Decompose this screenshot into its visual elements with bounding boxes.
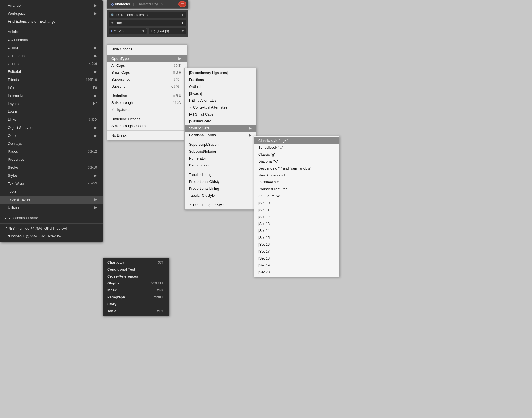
ss-swashed-q[interactable]: Swashed "Q" (254, 179, 339, 186)
ot-denominator[interactable]: Denominator (185, 162, 256, 169)
tab-overflow[interactable]: > (160, 2, 164, 7)
menu-item-application-frame[interactable]: ✓ Application Frame (0, 214, 103, 222)
menu-item-learn[interactable]: Learn (0, 108, 103, 116)
tt-story[interactable]: Story (103, 301, 169, 307)
ot-tabular-oldstyle[interactable]: Tabular Oldstyle (185, 192, 256, 199)
opt-hide-options[interactable]: Hide Options (107, 46, 187, 53)
menu-item-stroke[interactable]: Stroke ⌘F10 (0, 164, 103, 172)
menu-item-tools[interactable]: Tools (0, 188, 103, 196)
opt-opentype[interactable]: OpenType ▶ (107, 55, 187, 62)
ot-default-fig[interactable]: Default Figure Style (185, 201, 256, 208)
menu-item-es-img[interactable]: ✓ *ES img.indd @ 75% [GPU Preview] (0, 225, 103, 233)
opt-strikethrough-options[interactable]: Strikethrough Options... (107, 122, 187, 129)
ss-set-19[interactable]: [Set 19] (254, 262, 339, 269)
menu-item-object-layout[interactable]: Object & Layout ▶ (0, 124, 103, 132)
menu-item-untitled[interactable]: *Untitled-1 @ 23% [GPU Preview] (0, 232, 103, 240)
ss-schoolbook-a[interactable]: Schoolbook "a" (254, 144, 339, 151)
opt-ligatures[interactable]: Ligatures (107, 106, 187, 113)
menu-item-find-extensions[interactable]: Find Extensions on Exchange... (0, 18, 103, 27)
ot-contextual-alt[interactable]: Contextual Alternates (185, 104, 256, 111)
ot-tabular-lining[interactable]: Tabular Lining (185, 171, 256, 178)
menu-item-styles[interactable]: Styles ▶ (0, 172, 103, 180)
ss-diagonal-k[interactable]: Diagonal "k" (254, 158, 339, 165)
ss-new-ampersand[interactable]: New Ampersand (254, 172, 339, 179)
ot-titling-alt[interactable]: [Titling Alternates] (185, 97, 256, 104)
opt-subscript[interactable]: Subscript ⌥⇧⌘= (107, 83, 187, 90)
font-style-dropdown[interactable]: Medium ▼ (109, 20, 186, 26)
opt-strikethrough[interactable]: Strikethrough ^⇧⌘/ (107, 99, 187, 106)
ot-numerator[interactable]: Numerator (185, 155, 256, 162)
opt-small-caps[interactable]: Small Caps ⇧⌘H (107, 69, 187, 76)
ss-set-17[interactable]: [Set 17] (254, 248, 339, 255)
ot-all-small-caps[interactable]: [All Small Caps] (185, 111, 256, 118)
menu-item-workspace[interactable]: Workspace ▶ (0, 10, 103, 18)
menu-item-effects[interactable]: Effects ⇧⌘F10 (0, 76, 103, 84)
opt-all-caps[interactable]: All Caps ⇧⌘K (107, 62, 187, 69)
size-dropdown-arrow[interactable]: ▼ (142, 29, 145, 33)
ss-set-13[interactable]: [Set 13] (254, 220, 339, 227)
ss-set-12[interactable]: [Set 12] (254, 213, 339, 220)
ss-set-10[interactable]: [Set 10] (254, 199, 339, 206)
ss-descending-f[interactable]: Descending "f" and "germandbls" (254, 165, 339, 172)
menu-item-arrange[interactable]: Arrange ▶ (0, 2, 103, 10)
tab-character-style[interactable]: Character Styl (134, 1, 160, 7)
leading-arrows[interactable]: ▲▼ (154, 29, 156, 33)
ot-prop-lining[interactable]: Proportional Lining (185, 185, 256, 192)
menu-item-articles[interactable]: Articles (0, 28, 103, 36)
tt-glyphs[interactable]: Glyphs ⌥⇧F11 (103, 280, 169, 287)
ot-ordinal[interactable]: Ordinal (185, 83, 256, 90)
opt-underline[interactable]: Underline ⇧⌘U (107, 92, 187, 99)
tt-cross-references[interactable]: Cross-References (103, 273, 169, 280)
tt-paragraph[interactable]: Paragraph ⌥⌘T (103, 294, 169, 301)
ss-classic-agk[interactable]: Classic style "agk" (254, 137, 339, 144)
menu-item-control[interactable]: Control ⌥⌘6 (0, 60, 103, 68)
opt-underline-options[interactable]: Underline Options.... (107, 116, 187, 122)
font-search-arrow[interactable]: ▼ (181, 13, 184, 17)
menu-item-colour[interactable]: Colour ▶ (0, 44, 103, 52)
ss-set-18[interactable]: [Set 18] (254, 255, 339, 262)
ss-classic-g[interactable]: Classic "g" (254, 151, 339, 158)
panel-menu-button[interactable] (178, 1, 186, 7)
ss-alt-figure-4[interactable]: Alt. Figure "4" (254, 193, 339, 199)
ss-set-16[interactable]: [Set 16] (254, 241, 339, 248)
tt-table[interactable]: Table ⇧F9 (103, 307, 169, 314)
menu-item-info[interactable]: Info F8 (0, 84, 103, 92)
size-arrows[interactable]: ▲▼ (114, 29, 116, 33)
menu-item-text-wrap[interactable]: Text Wrap ⌥⌘W (0, 180, 103, 188)
ot-swash[interactable]: [Swash] (185, 90, 256, 97)
ot-subscript-inferior[interactable]: Subscript/Inferior (185, 148, 256, 155)
menu-item-layers[interactable]: Layers F7 (0, 100, 103, 108)
ot-fractions[interactable]: Fractions (185, 76, 256, 83)
opt-no-break[interactable]: No Break (107, 132, 187, 139)
menu-item-comments[interactable]: Comments ▶ (0, 52, 103, 60)
menu-item-pages[interactable]: Pages ⌘F12 (0, 148, 103, 156)
ot-disc-lig[interactable]: [Discretionary Ligatures] (185, 69, 256, 76)
ot-positional-forms[interactable]: Positional Forms ▶ (185, 132, 256, 139)
menu-item-output[interactable]: Output ▶ (0, 132, 103, 140)
ss-set-14[interactable]: [Set 14] (254, 227, 339, 234)
menu-item-overlays[interactable]: Overlays (0, 140, 103, 148)
ss-set-11[interactable]: [Set 11] (254, 206, 339, 213)
font-size-field[interactable]: T ▲▼ 12 pt ▼ (109, 28, 147, 34)
menu-item-type-tables[interactable]: Type & Tables ▶ (0, 196, 103, 204)
font-search-field[interactable]: 🔍 ES Rebond Grotesque ▼ (109, 12, 186, 18)
tt-character[interactable]: Character ⌘T (103, 259, 169, 266)
ss-rounded-lig[interactable]: Rounded ligatures (254, 186, 339, 193)
leading-dropdown-arrow[interactable]: ▼ (181, 29, 185, 33)
menu-item-editorial[interactable]: Editorial ▶ (0, 68, 103, 76)
leading-field[interactable]: ⇕ ▲▼ (14,4 pt) ▼ (149, 28, 186, 34)
tt-conditional-text[interactable]: Conditional Text (103, 266, 169, 273)
tab-character[interactable]: ◇ Character (109, 1, 132, 7)
ss-set-20[interactable]: [Set 20] (254, 269, 339, 276)
ot-superscript-superi[interactable]: Superscript/Superi (185, 141, 256, 148)
menu-item-links[interactable]: Links ⇧⌘D (0, 116, 103, 124)
ot-slashed-zero[interactable]: [Slashed Zero] (185, 118, 256, 125)
menu-item-cc-libraries[interactable]: CC Libraries (0, 36, 103, 44)
menu-item-utilities[interactable]: Utilities ▶ (0, 204, 103, 213)
ot-stylistic-sets[interactable]: Stylistic Sets ▶ (185, 125, 256, 132)
ss-set-15[interactable]: [Set 15] (254, 234, 339, 241)
menu-item-interactive[interactable]: Interactive ▶ (0, 92, 103, 100)
tt-index[interactable]: Index ⇧F8 (103, 287, 169, 294)
opt-superscript[interactable]: Superscript ⇧⌘= (107, 76, 187, 83)
menu-item-properties[interactable]: Properties (0, 156, 103, 164)
